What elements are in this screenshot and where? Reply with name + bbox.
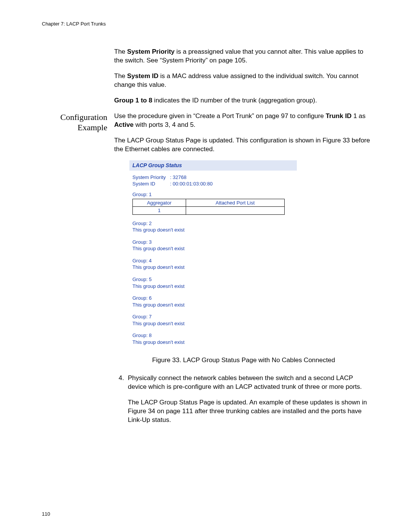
config-p1-b: Trunk ID <box>326 112 352 120</box>
group-block: Group: 6This group doesn't exist <box>132 295 294 308</box>
intro-p2-b: System ID <box>127 72 158 80</box>
group-1-table: Aggregator Attached Port List 1 <box>132 199 285 215</box>
config-p1-d: Active <box>114 121 134 128</box>
config-p2: The LACP Group Status Page is updated. T… <box>114 136 373 154</box>
group-message: This group doesn't exist <box>132 264 294 271</box>
page: Chapter 7: LACP Port Trunks The System P… <box>0 0 411 532</box>
config-p1-c: 1 as <box>352 112 366 120</box>
page-number: 110 <box>42 511 50 517</box>
config-body: Use the procedure given in “Create a Por… <box>114 112 373 431</box>
group-label: Group: 6 <box>132 295 294 302</box>
intro-p3-a: Group 1 to 8 <box>114 97 152 104</box>
intro-p3-b: indicates the ID number of the trunk (ag… <box>152 97 317 104</box>
group-label: Group: 3 <box>132 239 294 246</box>
group-message: This group doesn't exist <box>132 320 294 327</box>
group-block: Group: 2This group doesn't exist <box>132 220 294 233</box>
group-block: Group: 5This group doesn't exist <box>132 276 294 289</box>
config-p1-e: with ports 3, 4 and 5. <box>134 121 196 128</box>
config-p1-a: Use the procedure given in “Create a Por… <box>114 112 326 120</box>
intro-block: The System Priority is a preassigned val… <box>42 48 373 112</box>
intro-p2: The System ID is a MAC address value ass… <box>114 72 373 89</box>
section-title: Configuration Example <box>42 112 107 133</box>
running-head: Chapter 7: LACP Port Trunks <box>42 21 373 27</box>
step-4-number: 4. <box>114 374 128 391</box>
intro-p1-b: System Priority <box>127 48 175 55</box>
group-label: Group: 5 <box>132 276 294 283</box>
group-block: Group: 3This group doesn't exist <box>132 239 294 252</box>
config-p1: Use the procedure given in “Create a Por… <box>114 112 373 129</box>
lacp-status-panel: LACP Group Status System Priority : 3276… <box>129 160 297 348</box>
intro-body: The System Priority is a preassigned val… <box>114 48 373 112</box>
group-1-block: Group: 1 Aggregator Attached Port List 1 <box>132 191 294 215</box>
group-message: This group doesn't exist <box>132 245 294 252</box>
group-message: This group doesn't exist <box>132 283 294 290</box>
intro-p3: Group 1 to 8 indicates the ID number of … <box>114 96 373 105</box>
groups-rest-container: Group: 2This group doesn't existGroup: 3… <box>132 220 294 346</box>
sys-priority-value: : 32768 <box>170 174 186 180</box>
sys-priority-label: System Priority <box>132 174 169 181</box>
group-label: Group: 7 <box>132 313 294 320</box>
group-label: Group: 2 <box>132 220 294 227</box>
group-1-label: Group: 1 <box>132 191 294 198</box>
group-label: Group: 4 <box>132 257 294 264</box>
table-col-aggregator: Aggregator <box>133 199 186 207</box>
figure-caption: Figure 33. LACP Group Status Page with N… <box>114 356 373 365</box>
table-val-aggregator: 1 <box>133 207 186 215</box>
sys-id-row: System ID : 00:00:01:03:00:80 <box>132 181 294 187</box>
panel-title: LACP Group Status <box>129 160 297 171</box>
intro-p1-a: The <box>114 48 127 55</box>
step-4-row: 4. Physically connect the network cables… <box>114 374 373 391</box>
table-col-portlist: Attached Port List <box>186 199 284 207</box>
intro-p2-a: The <box>114 72 127 80</box>
group-message: This group doesn't exist <box>132 227 294 233</box>
step-4-text: Physically connect the network cables be… <box>128 374 373 391</box>
sys-id-label: System ID <box>132 181 169 187</box>
step-4-follow: The LACP Group Status Page is updated. A… <box>128 398 373 425</box>
panel-body: System Priority : 32768 System ID : 00:0… <box>129 171 297 348</box>
group-message: This group doesn't exist <box>132 339 294 346</box>
intro-p1: The System Priority is a preassigned val… <box>114 48 373 65</box>
config-side-label: Configuration Example <box>42 112 114 431</box>
group-block: Group: 8This group doesn't exist <box>132 332 294 345</box>
intro-side-spacer <box>42 48 114 112</box>
table-val-portlist <box>186 207 284 215</box>
group-block: Group: 4This group doesn't exist <box>132 257 294 271</box>
sys-id-value: : 00:00:01:03:00:80 <box>170 181 213 187</box>
config-block: Configuration Example Use the procedure … <box>42 112 373 431</box>
group-message: This group doesn't exist <box>132 302 294 308</box>
group-label: Group: 8 <box>132 332 294 339</box>
group-block: Group: 7This group doesn't exist <box>132 313 294 327</box>
sys-priority-row: System Priority : 32768 <box>132 174 294 181</box>
